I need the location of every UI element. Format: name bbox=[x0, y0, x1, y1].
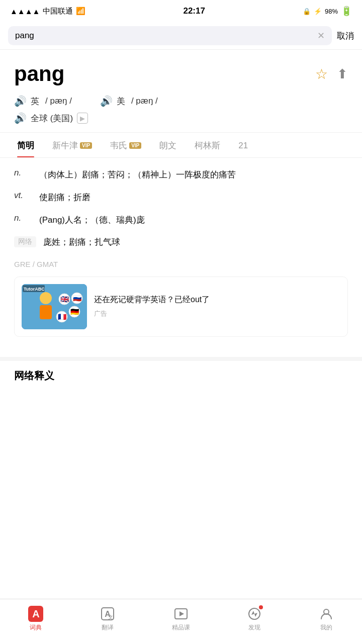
nav-discover[interactable]: 发现 bbox=[247, 606, 262, 632]
network-text: 庞姓；剧痛；扎气球 bbox=[43, 236, 120, 248]
nav-discover-label: 发现 bbox=[248, 623, 260, 632]
network-meaning: 网络 庞姓；剧痛；扎气球 bbox=[14, 236, 348, 248]
phonetic-en-text: / pæŋ / bbox=[45, 96, 72, 106]
discover-icon bbox=[247, 606, 262, 621]
discover-notification-dot bbox=[259, 605, 263, 609]
def-text-3: (Pang)人名；（德、瑞典)庞 bbox=[39, 213, 145, 227]
status-bar: ▲▲▲▲ 中国联通 📶 22:17 🔒 ⚡ 98% 🔋 bbox=[0, 0, 362, 22]
dict-content: n. （肉体上）剧痛；苦闷；（精神上）一阵极度的痛苦 vt. 使剧痛；折磨 n.… bbox=[0, 158, 362, 357]
battery-icon: 🔋 bbox=[341, 6, 352, 17]
favorite-icon[interactable]: ☆ bbox=[315, 66, 328, 82]
pos-1: n. bbox=[14, 168, 32, 181]
cancel-button[interactable]: 取消 bbox=[337, 30, 354, 42]
tab-langwen[interactable]: 朗文 bbox=[150, 133, 186, 157]
sound-us-icon[interactable]: 🔊 bbox=[100, 95, 113, 107]
sound-global-icon[interactable]: 🔊 bbox=[14, 112, 27, 124]
ad-image: 🇬🇧 🇩🇪 🇫🇷 🇷🇺 TutorABC bbox=[22, 284, 87, 329]
status-left: ▲▲▲▲ 中国联通 📶 bbox=[10, 7, 85, 16]
nav-course[interactable]: 精品课 bbox=[172, 606, 190, 632]
definition-1: n. （肉体上）剧痛；苦闷；（精神上）一阵极度的痛苦 bbox=[14, 168, 348, 181]
svg-rect-2 bbox=[40, 305, 52, 319]
definition-2: vt. 使剧痛；折磨 bbox=[14, 191, 348, 204]
nav-mine-label: 我的 bbox=[320, 623, 332, 632]
global-label: 全球 (美国) bbox=[31, 113, 73, 124]
lock-icon: 🔒 bbox=[303, 8, 311, 15]
phonetic-en: 🔊 英 / pæŋ / 🔊 美 / pæŋ / bbox=[14, 95, 348, 107]
phonetic-us-text: / pæŋ / bbox=[131, 96, 158, 106]
nav-translate-label: 翻译 bbox=[102, 623, 114, 632]
nav-translate[interactable]: A 文 翻译 bbox=[100, 606, 115, 632]
clock: 22:17 bbox=[183, 6, 205, 16]
wifi-icon: 📶 bbox=[76, 7, 85, 16]
svg-text:🇬🇧: 🇬🇧 bbox=[60, 295, 69, 304]
word-header: pang ☆ ⬆ bbox=[14, 62, 348, 86]
search-bar: pang ✕ 取消 bbox=[0, 22, 362, 50]
svg-text:TutorABC: TutorABC bbox=[24, 287, 45, 292]
sound-en-icon[interactable]: 🔊 bbox=[14, 95, 27, 107]
word-actions: ☆ ⬆ bbox=[315, 66, 348, 82]
dict-icon: A bbox=[28, 606, 43, 621]
svg-marker-19 bbox=[251, 611, 254, 615]
nav-dict[interactable]: A 词典 bbox=[28, 606, 43, 632]
pos-3: n. bbox=[14, 213, 32, 227]
word-title: pang bbox=[14, 62, 64, 86]
mine-icon bbox=[319, 606, 334, 621]
network-section-heading: 网络释义 bbox=[0, 357, 362, 387]
clear-button[interactable]: ✕ bbox=[317, 30, 325, 41]
tab-more[interactable]: 21 bbox=[229, 134, 257, 157]
tabs-bar: 简明 新牛津 VIP 韦氏 VIP 朗文 柯林斯 21 bbox=[0, 133, 362, 158]
phonetic-global: 🔊 全球 (美国) ▶ bbox=[14, 112, 348, 124]
nav-dict-label: 词典 bbox=[30, 623, 42, 632]
status-right: 🔒 ⚡ 98% 🔋 bbox=[303, 6, 352, 17]
search-input[interactable]: pang bbox=[15, 31, 313, 41]
nav-mine[interactable]: 我的 bbox=[319, 606, 334, 632]
expand-icon[interactable]: ▶ bbox=[77, 113, 88, 124]
definition-3: n. (Pang)人名；（德、瑞典)庞 bbox=[14, 213, 348, 227]
tab-kelins[interactable]: 柯林斯 bbox=[186, 133, 229, 157]
share-icon[interactable]: ⬆ bbox=[337, 66, 348, 82]
network-label: 网络 bbox=[14, 236, 36, 247]
svg-text:🇫🇷: 🇫🇷 bbox=[58, 313, 67, 321]
vip-badge-xinniujin: VIP bbox=[80, 142, 92, 149]
phonetics: 🔊 英 / pæŋ / 🔊 美 / pæŋ / 🔊 全球 (美国) ▶ bbox=[14, 95, 348, 124]
carrier-label: 中国联通 bbox=[43, 7, 73, 16]
vip-badge-weishi: VIP bbox=[129, 142, 141, 149]
svg-text:🇩🇪: 🇩🇪 bbox=[70, 308, 79, 316]
gre-section: GRE / GMAT bbox=[14, 260, 348, 268]
pos-2: vt. bbox=[14, 191, 32, 204]
svg-text:🇷🇺: 🇷🇺 bbox=[73, 294, 82, 303]
def-text-2: 使剧痛；折磨 bbox=[39, 191, 90, 204]
svg-point-1 bbox=[40, 292, 52, 304]
def-text-1: （肉体上）剧痛；苦闷；（精神上）一阵极度的痛苦 bbox=[39, 168, 236, 181]
battery-label: 98% bbox=[325, 8, 338, 15]
svg-marker-17 bbox=[179, 611, 184, 616]
ad-content: 还在死记硬背学英语？已经out了 广告 bbox=[94, 295, 210, 318]
bottom-nav: A 词典 A 文 翻译 精品课 bbox=[0, 599, 362, 644]
tab-jianming[interactable]: 简明 bbox=[8, 133, 43, 157]
ad-banner[interactable]: 🇬🇧 🇩🇪 🇫🇷 🇷🇺 TutorABC 还在死记硬背学英语？已经out了 bbox=[14, 277, 348, 337]
search-input-wrap[interactable]: pang ✕ bbox=[8, 26, 332, 45]
course-icon bbox=[173, 606, 189, 621]
ad-image-inner: 🇬🇧 🇩🇪 🇫🇷 🇷🇺 TutorABC bbox=[22, 284, 87, 329]
nav-course-label: 精品课 bbox=[172, 623, 190, 632]
ad-title: 还在死记硬背学英语？已经out了 bbox=[94, 295, 210, 305]
svg-marker-20 bbox=[254, 613, 257, 617]
svg-text:文: 文 bbox=[108, 614, 113, 620]
tab-weishi[interactable]: 韦氏 VIP bbox=[101, 133, 150, 157]
word-section: pang ☆ ⬆ 🔊 英 / pæŋ / 🔊 美 / pæŋ / 🔊 全球 (美… bbox=[0, 50, 362, 133]
translate-icon: A 文 bbox=[100, 606, 115, 621]
bluetooth-icon: ⚡ bbox=[314, 8, 322, 15]
tab-xinniujin[interactable]: 新牛津 VIP bbox=[43, 133, 101, 157]
signal-icon: ▲▲▲▲ bbox=[10, 7, 40, 16]
ad-tag: 广告 bbox=[94, 309, 210, 318]
